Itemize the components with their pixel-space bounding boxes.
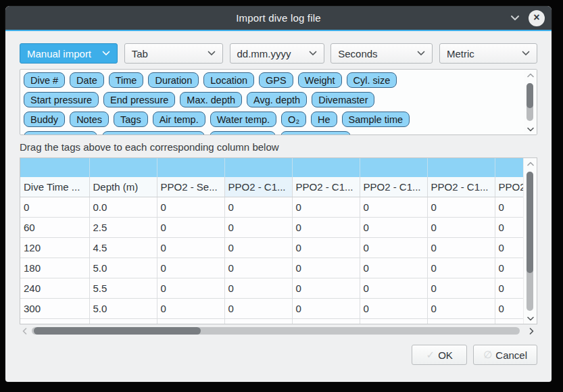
drop-target-cell[interactable]	[427, 158, 495, 177]
column-header: PPO2 - C1...	[224, 177, 292, 197]
tag-water-temp[interactable]: Water temp.	[210, 112, 276, 127]
scroll-down-icon[interactable]	[524, 125, 537, 133]
close-button[interactable]: ×	[529, 10, 545, 26]
cell: 0	[427, 217, 495, 237]
titlebar-chevron-down-icon[interactable]	[510, 13, 520, 24]
table-row: 2405.5000000	[20, 278, 524, 298]
tag-sample-depth[interactable]: Sample depth	[24, 131, 97, 135]
cell: 60	[20, 217, 89, 237]
select-date-format[interactable]: dd.mm.yyyy	[230, 43, 324, 64]
cell: 0	[157, 258, 224, 278]
cell: 0	[292, 278, 360, 298]
select-value: Seconds	[338, 48, 377, 59]
tag-buddy[interactable]: Buddy	[24, 112, 65, 127]
cell: 5.0	[89, 258, 157, 278]
drop-target-cell[interactable]	[360, 158, 427, 177]
tag-notes[interactable]: Notes	[70, 112, 109, 127]
tag-date[interactable]: Date	[70, 72, 104, 88]
tag-sample-cns[interactable]: Sample CNS	[280, 131, 351, 135]
tag-start-pressure[interactable]: Start pressure	[24, 92, 99, 107]
tag-duration[interactable]: Duration	[148, 72, 199, 88]
cell	[495, 318, 524, 324]
table-row: 1204.5000000	[20, 237, 524, 258]
tag-tags[interactable]: Tags	[114, 112, 148, 127]
tag-time[interactable]: Time	[109, 72, 144, 88]
cell	[20, 318, 89, 324]
cell: 0	[157, 217, 224, 237]
select-value: dd.mm.yyyy	[237, 48, 291, 59]
select-units[interactable]: Metric	[439, 43, 537, 64]
select-import-source[interactable]: Manual import	[20, 43, 118, 64]
table-scrollbar[interactable]	[523, 158, 537, 324]
tag-dive[interactable]: Dive #	[24, 72, 65, 88]
tag-air-temp[interactable]: Air temp.	[153, 112, 205, 127]
scroll-up-icon[interactable]	[524, 160, 537, 168]
tag-row: Dive #DateTimeDurationLocationGPSWeightC…	[24, 72, 520, 88]
cell	[360, 318, 427, 324]
scroll-right-icon[interactable]	[527, 326, 536, 336]
chevron-down-icon	[417, 51, 425, 56]
scrollbar-thumb[interactable]	[527, 83, 533, 108]
cell	[157, 318, 224, 324]
scroll-left-icon[interactable]	[20, 326, 29, 336]
cell: 0	[224, 197, 292, 217]
ok-button[interactable]: ✓ OK	[412, 345, 467, 365]
cell: 0	[427, 258, 495, 278]
tag-sample-time[interactable]: Sample time	[342, 112, 410, 127]
scrollbar-thumb[interactable]	[527, 172, 533, 273]
tag-weight[interactable]: Weight	[298, 72, 342, 88]
drop-target-cell[interactable]	[292, 158, 360, 177]
cell: 240	[20, 278, 89, 298]
ok-button-label: OK	[438, 349, 453, 361]
scrollbar-thumb[interactable]	[34, 327, 201, 335]
cell: 0.0	[89, 197, 157, 217]
chevron-down-icon	[309, 51, 317, 56]
cancel-button[interactable]: ∅ Cancel	[473, 345, 537, 365]
scroll-up-icon[interactable]	[524, 71, 537, 79]
drop-target-row	[20, 158, 524, 177]
scroll-down-icon[interactable]	[524, 314, 537, 322]
table-horizontal-scrollbar[interactable]	[20, 326, 537, 336]
select-duration-format[interactable]: Seconds	[331, 43, 433, 64]
tag-sample-po[interactable]: Sample pO₂	[210, 131, 276, 135]
tag-location[interactable]: Location	[203, 72, 254, 88]
tag-pool-scrollbar[interactable]	[524, 70, 537, 134]
cell: 4.5	[89, 237, 157, 258]
table-row: 00.0000000	[20, 197, 524, 217]
table-row: 3005.0000000	[20, 298, 524, 318]
tag-cyl-size[interactable]: Cyl. size	[347, 72, 397, 88]
drop-target-cell[interactable]	[89, 158, 157, 177]
drop-target-cell[interactable]	[224, 158, 292, 177]
table-row: 1805.0000000	[20, 258, 524, 278]
drop-target-cell[interactable]	[157, 158, 224, 177]
tag-he[interactable]: He	[311, 112, 337, 127]
select-field-separator[interactable]: Tab	[124, 43, 223, 64]
tag-max-depth[interactable]: Max. depth	[180, 92, 242, 107]
select-value: Metric	[447, 48, 474, 59]
screen: { "titlebar": { "title": "Import dive lo…	[0, 0, 563, 392]
table-row: 602.5000000	[20, 217, 524, 237]
tag-avg-depth[interactable]: Avg. depth	[247, 92, 307, 107]
import-dialog-window: Import dive log file × Manual importTabd…	[5, 6, 552, 382]
titlebar[interactable]: Import dive log file ×	[5, 6, 552, 31]
cell: 0	[157, 197, 224, 217]
drop-target-cell[interactable]	[20, 158, 89, 177]
tag-sample-temperature[interactable]: Sample temperature	[102, 131, 204, 135]
cell: 0	[292, 258, 360, 278]
tag-end-pressure[interactable]: End pressure	[103, 92, 175, 107]
cell: 0	[495, 237, 524, 258]
tag-o[interactable]: O₂	[281, 112, 306, 127]
cell: 0	[157, 237, 224, 258]
tag-gps[interactable]: GPS	[259, 72, 293, 88]
tag-divemaster[interactable]: Divemaster	[312, 92, 374, 107]
close-icon: ×	[533, 12, 539, 23]
tag-row: Sample depthSample temperatureSample pO₂…	[24, 131, 520, 135]
cell: 0	[427, 278, 495, 298]
drop-target-cell[interactable]	[495, 158, 524, 177]
column-header-row: Dive Time ...Depth (m)PPO2 - Se...PPO2 -…	[20, 177, 524, 197]
cell: 0	[360, 217, 427, 237]
cancel-button-label: Cancel	[495, 349, 527, 361]
cell: 0	[360, 197, 427, 217]
chevron-down-icon	[102, 51, 110, 56]
cell: 0	[495, 258, 524, 278]
